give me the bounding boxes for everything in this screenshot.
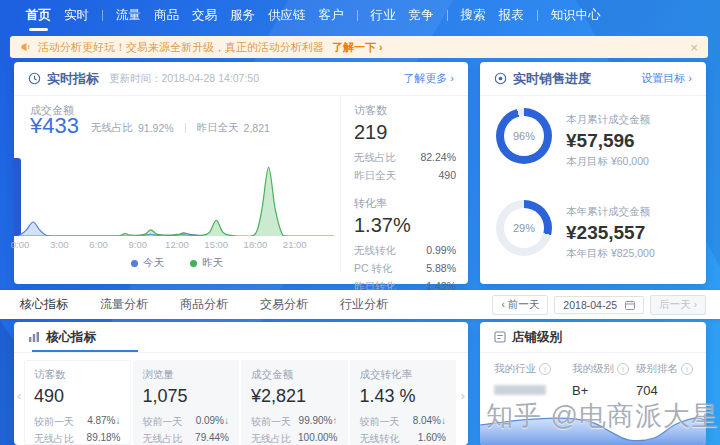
metric-row-key: 较前一天 (360, 415, 400, 429)
nav-item-home[interactable]: 首页 (26, 7, 51, 24)
info-icon[interactable]: i (617, 363, 629, 375)
conversion-value: 1.37% (354, 214, 456, 237)
date-value: 2018-04-25 (563, 299, 617, 311)
nav-item-knowledge-center[interactable]: 知识中心 (551, 7, 601, 24)
metric-card-payment-amount[interactable]: 成交金额 ¥2,821 较前一天 99.90%↑ 无线占比 100.00% (241, 360, 348, 445)
nav-item-competition[interactable]: 竞争 (409, 7, 434, 24)
metric-row-value: 0.09% (196, 415, 224, 426)
target-key: 本月目标 (566, 155, 608, 167)
nav-item-reports[interactable]: 报表 (499, 7, 524, 24)
visitors-label: 访客数 (354, 103, 456, 118)
legend-label: 今天 (143, 256, 164, 270)
set-target-link[interactable]: 设置目标 › (641, 71, 692, 86)
badge-icon (494, 331, 506, 343)
legend-item-yesterday[interactable]: 昨天 (190, 256, 223, 270)
x-axis-tick-labels: 0:003:006:009:0012:0015:0018:0021:00 (20, 239, 334, 251)
trend-up-icon: ↑ (333, 415, 338, 426)
donut-hole: 29% (504, 208, 544, 248)
tab-product-analysis[interactable]: 商品分析 (180, 296, 228, 313)
tab-traffic-analysis[interactable]: 流量分析 (100, 296, 148, 313)
nav-item-search[interactable]: 搜索 (461, 7, 486, 24)
month-amount-value: ¥57,596 (566, 130, 696, 152)
analysis-tabs-bar: 核心指标 流量分析 商品分析 交易分析 行业分析 ‹ 前一天 2018-04-2… (0, 290, 720, 319)
nav-item-industry[interactable]: 行业 (371, 7, 396, 24)
metric-row: 较前一天 8.04%↓ (360, 415, 447, 429)
info-icon[interactable]: i (539, 363, 551, 375)
core-metric-cards: 访客数 490 较前一天 4.87%↓ 无线占比 89.18% 浏览量 1,07… (24, 360, 458, 445)
next-day-button[interactable]: 后一天 › (650, 295, 706, 315)
nav-item-supply-chain[interactable]: 供应链 (268, 7, 306, 24)
info-icon[interactable]: i (681, 363, 693, 375)
x-tick-label: 18:00 (244, 239, 268, 250)
visitors-value: 219 (354, 121, 456, 144)
nav-item-service[interactable]: 服务 (230, 7, 255, 24)
top-nav: 首页 实时 流量 商品 交易 服务 供应链 客户 行业 竞争 搜索 报表 知识中… (0, 0, 720, 30)
nav-divider (357, 10, 358, 21)
sales-progress-panel: 实时销售进度 设置目标 › 96% 本月累计成交金额 ¥57,596 本月目标 … (480, 62, 706, 284)
metric-row-value: 99.90% (299, 415, 333, 426)
column-label: 我的行业 (494, 362, 536, 376)
kv-key: PC 转化 (354, 262, 393, 276)
prev-day-button[interactable]: ‹ 前一天 (492, 295, 548, 315)
metric-row: 较前一天 0.09%↓ (143, 415, 230, 429)
target-icon (494, 72, 507, 85)
notice-text: 活动分析更好玩！交易来源全新升级，真正的活动分析利器 (38, 40, 324, 55)
kv-key: 昨日全天 (354, 169, 396, 183)
tab-trade-analysis[interactable]: 交易分析 (260, 296, 308, 313)
year-amount-label: 本年累计成交金额 (566, 205, 696, 219)
masked-industry-value (494, 385, 546, 395)
watermark: 知乎 @电商派大星 (486, 398, 719, 434)
metric-card-pageviews[interactable]: 浏览量 1,075 较前一天 0.09%↓ 无线占比 79.44% (133, 360, 240, 445)
metric-row-key: 较前一天 (34, 415, 74, 429)
nav-item-realtime[interactable]: 实时 (64, 7, 89, 24)
year-target: 本年目标 ¥825,000 (566, 247, 696, 261)
metric-label: 浏览量 (143, 368, 230, 382)
panel-title: 店铺级别 (512, 329, 562, 346)
learn-more-link[interactable]: 了解更多 › (403, 71, 454, 86)
nav-item-trade[interactable]: 交易 (192, 7, 217, 24)
realtime-trend-area-chart[interactable] (20, 158, 334, 236)
tab-industry-analysis[interactable]: 行业分析 (340, 296, 388, 313)
nav-item-products[interactable]: 商品 (154, 7, 179, 24)
x-tick-label: 0:00 (8, 239, 32, 250)
sales-panel-header: 实时销售进度 设置目标 › (480, 62, 706, 96)
x-tick-label: 21:00 (283, 239, 307, 250)
metric-row: 无线占比 100.00% (251, 432, 338, 445)
level-value: B+ (572, 383, 629, 398)
legend-dot-today (131, 260, 138, 267)
nav-divider (447, 10, 448, 21)
visitors-block: 访客数 219 无线占比 82.24% 昨日全天 490 (354, 103, 456, 183)
metric-card-visitors[interactable]: 访客数 490 较前一天 4.87%↓ 无线占比 89.18% (24, 360, 131, 445)
metric-row-value: 1.60% (418, 432, 446, 443)
trend-down-icon: ↓ (116, 415, 121, 426)
kv-row: 昨日全天 490 (354, 169, 456, 183)
legend-label: 昨天 (202, 256, 223, 270)
nav-divider (102, 10, 103, 21)
nav-item-customers[interactable]: 客户 (319, 7, 344, 24)
kv-row: 无线占比 82.24% (354, 151, 456, 165)
notice-link[interactable]: 了解一下 › (332, 40, 383, 55)
metric-card-conversion-rate[interactable]: 成交转化率 1.43 % 较前一天 8.04%↓ 无线转化 1.60% (350, 360, 457, 445)
year-progress-percent: 29% (513, 222, 535, 234)
carousel-next-icon[interactable]: › (461, 388, 465, 403)
legend-item-today[interactable]: 今天 (131, 256, 164, 270)
shop-panel-header: 店铺级别 (480, 322, 706, 353)
date-picker[interactable]: 2018-04-25 (554, 296, 644, 314)
x-tick-label: 15:00 (204, 239, 228, 250)
close-icon[interactable]: × (690, 41, 698, 54)
separator (185, 123, 186, 133)
x-tick-label: 6:00 (87, 239, 111, 250)
x-tick-label: 12:00 (165, 239, 189, 250)
kv-key: 无线占比 (354, 151, 396, 165)
tab-core-metrics[interactable]: 核心指标 (20, 296, 68, 313)
panel-title: 实时销售进度 (513, 70, 591, 88)
core-metrics-panel: 核心指标 ‹ › 访客数 490 较前一天 4.87%↓ 无线占比 89.18%… (14, 322, 468, 445)
kv-value: 5.88% (426, 262, 456, 276)
carousel-prev-icon[interactable]: ‹ (17, 388, 21, 403)
amount-value: ¥433 (30, 114, 79, 138)
rank-value: 704 (636, 383, 693, 398)
conversion-block: 转化率 1.37% 无线转化 0.99% PC 转化 5.88% 昨日转化 1.… (354, 196, 456, 294)
metric-row: 无线转化 1.60% (360, 432, 447, 445)
nav-item-traffic[interactable]: 流量 (116, 7, 141, 24)
sub-value: 2,821 (244, 122, 270, 134)
